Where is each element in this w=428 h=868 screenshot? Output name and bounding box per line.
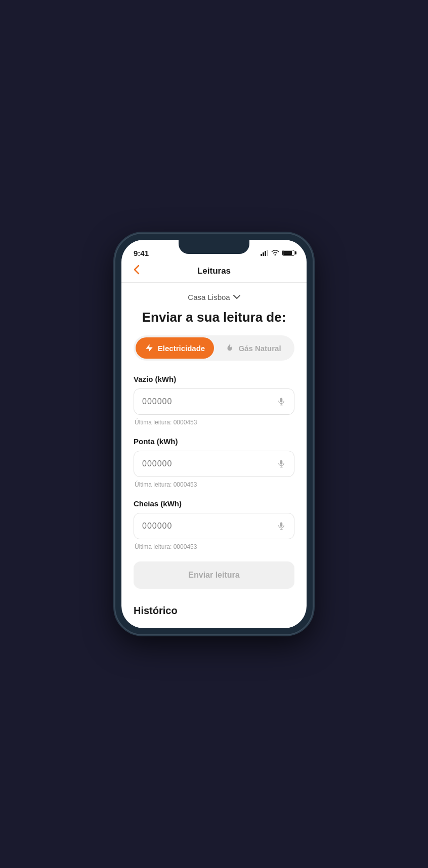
chevron-down-icon xyxy=(233,295,240,299)
svg-rect-0 xyxy=(280,398,283,403)
page-title: Leituras xyxy=(197,266,231,276)
cheias-label: Cheias (kWh) xyxy=(134,499,294,508)
battery-icon xyxy=(282,250,294,256)
tab-electricidade[interactable]: Electricidade xyxy=(136,337,214,359)
ponta-mic-icon[interactable] xyxy=(277,459,286,468)
svg-rect-3 xyxy=(280,460,283,465)
main-heading: Enviar a sua leitura de: xyxy=(134,310,294,325)
cheias-input[interactable] xyxy=(142,522,277,531)
ponta-section: Ponta (kWh) Última leitura: 0000453 xyxy=(134,437,294,488)
phone-frame: 9:41 xyxy=(115,234,313,634)
cheias-section: Cheias (kWh) Última leitura: 0000453 xyxy=(134,499,294,550)
cheias-mic-icon[interactable] xyxy=(277,522,286,531)
tab-gas-natural[interactable]: Gás Natural xyxy=(214,337,292,359)
bolt-icon xyxy=(145,343,154,353)
location-selector[interactable]: Casa Lisboa xyxy=(134,293,294,301)
nav-bar: Leituras xyxy=(121,262,307,283)
submit-button[interactable]: Enviar leitura xyxy=(134,561,294,589)
status-icons xyxy=(261,249,294,257)
ponta-last-reading: Última leitura: 0000453 xyxy=(134,481,294,488)
cheias-last-reading: Última leitura: 0000453 xyxy=(134,543,294,550)
signal-icon xyxy=(261,250,268,256)
wifi-icon xyxy=(271,249,279,257)
historico-title: Histórico xyxy=(134,605,294,617)
vazio-input-wrapper xyxy=(134,388,294,415)
vazio-mic-icon[interactable] xyxy=(277,397,286,406)
tab-switcher: Electricidade Gás Natural xyxy=(134,335,294,361)
scroll-content: Casa Lisboa Enviar a sua leitura de: Ele… xyxy=(121,283,307,628)
tab-electricidade-label: Electricidade xyxy=(158,344,205,353)
svg-rect-6 xyxy=(280,523,283,527)
flame-icon xyxy=(225,343,234,353)
vazio-label: Vazio (kWh) xyxy=(134,375,294,383)
notch xyxy=(179,240,249,254)
ponta-input-wrapper xyxy=(134,451,294,477)
location-name: Casa Lisboa xyxy=(188,293,230,301)
vazio-section: Vazio (kWh) Última leitura: 0000453 xyxy=(134,375,294,426)
cheias-input-wrapper xyxy=(134,513,294,539)
tab-gas-label: Gás Natural xyxy=(238,344,281,353)
phone-screen: 9:41 xyxy=(121,240,307,628)
ponta-input[interactable] xyxy=(142,459,277,468)
status-time: 9:41 xyxy=(134,249,149,257)
vazio-input[interactable] xyxy=(142,397,277,406)
back-button[interactable] xyxy=(132,263,142,280)
vazio-last-reading: Última leitura: 0000453 xyxy=(134,419,294,426)
ponta-label: Ponta (kWh) xyxy=(134,437,294,446)
